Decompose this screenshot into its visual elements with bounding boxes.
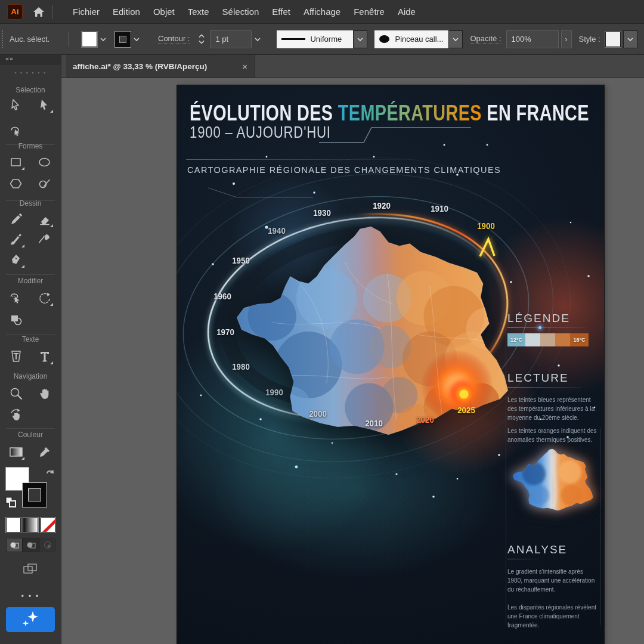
direct-selection-tool[interactable] — [36, 97, 54, 113]
timeline-year-1920: 1920 — [373, 201, 391, 210]
eyedropper-tool[interactable] — [36, 444, 54, 460]
default-fill-stroke-icon[interactable] — [5, 496, 17, 508]
illustrator-logo[interactable]: Ai — [7, 4, 23, 20]
stroke-weight-chevron-icon[interactable] — [254, 37, 261, 42]
stepper-down-icon[interactable] — [198, 40, 205, 44]
section-selection-label: Sélection — [0, 86, 61, 94]
legend-swatch: 12°C — [507, 333, 525, 346]
close-tab-icon[interactable]: × — [242, 61, 247, 72]
menu-item-fichier[interactable]: Fichier — [66, 7, 106, 17]
type-tool[interactable] — [36, 348, 54, 365]
section-modifier-label: Modifier — [0, 277, 61, 285]
menu-item-texte[interactable]: Texte — [181, 7, 216, 17]
polygon-tool[interactable] — [7, 175, 25, 192]
drawing-mode-buttons — [6, 538, 56, 552]
menu-bar: Ai FichierEditionObjetTexteSélectionEffe… — [0, 0, 644, 24]
fill-stroke-indicator — [6, 467, 56, 513]
menu-item-aide[interactable]: Aide — [391, 7, 422, 17]
style-label: Style : — [579, 35, 600, 44]
brush-select[interactable]: Pinceau call... — [374, 30, 448, 48]
menu-items: FichierEditionObjetTexteSélectionEffetAf… — [66, 7, 422, 17]
stroke-profile-select[interactable]: Uniforme — [277, 30, 353, 48]
timeline-year-1930: 1930 — [313, 208, 331, 218]
menu-item-objet[interactable]: Objet — [147, 7, 181, 17]
menu-item-edition[interactable]: Edition — [106, 7, 147, 17]
free-transform-tool[interactable] — [7, 290, 25, 306]
eraser-tool[interactable] — [36, 211, 54, 228]
legend-color-scale: 12°C16°C — [507, 333, 589, 346]
rotate-tool[interactable] — [36, 290, 54, 306]
panel-drag-handle[interactable]: ▪ ▪ ▪ ▪ ▪ ▪ — [0, 70, 61, 76]
timeline-year-1940: 1940 — [268, 226, 286, 236]
brush-preview-icon — [379, 35, 389, 43]
timeline-year-1960: 1960 — [213, 292, 231, 301]
gradient-tool[interactable] — [7, 444, 25, 460]
collapse-panel-icon[interactable]: «« — [0, 55, 61, 65]
timeline-year-1950: 1950 — [232, 256, 250, 265]
poster-subtitle: 1900 – AUJOURD'HUI — [190, 123, 331, 142]
opacity-more-button[interactable]: › — [561, 30, 572, 48]
fountain-pen-tool[interactable] — [7, 252, 25, 268]
timeline-year-2025: 2025 — [457, 405, 475, 415]
pencil-tool[interactable] — [7, 211, 25, 228]
stroke-weight-value[interactable]: 1 pt — [210, 30, 252, 48]
stroke-profile-chevron[interactable] — [353, 30, 367, 48]
style-chevron[interactable] — [623, 30, 637, 48]
stroke-weight-label[interactable]: Contour : — [158, 34, 190, 44]
hand-tool[interactable] — [36, 385, 54, 402]
shape-builder-tool[interactable] — [7, 311, 25, 328]
opacity-label[interactable]: Opacité : — [470, 34, 501, 44]
timeline-year-1990: 1990 — [265, 388, 283, 397]
fill-chevron-icon[interactable] — [100, 37, 107, 42]
curvature-pen-tool[interactable] — [36, 231, 54, 248]
stroke-weight-stepper[interactable] — [198, 34, 205, 44]
home-icon[interactable] — [32, 5, 45, 18]
section-couleur-label: Couleur — [0, 431, 61, 439]
color-button[interactable] — [6, 518, 21, 532]
canvas-workarea[interactable]: ÉVOLUTION DES TEMPÉRATURES EN FRANCE 190… — [61, 78, 644, 644]
timeline-year-1900: 1900 — [477, 221, 495, 231]
generative-ai-button[interactable] — [6, 607, 55, 632]
section-navigation-label: Navigation — [0, 372, 61, 380]
draw-normal-mode[interactable] — [6, 538, 23, 552]
menu-item-fentre[interactable]: Fenêtre — [347, 7, 391, 17]
touch-type-tool[interactable] — [7, 348, 25, 365]
stroke-color-swatch[interactable] — [115, 32, 131, 47]
poster-kicker: CARTOGRAPHIE RÉGIONALE DES CHANGEMENTS C… — [187, 165, 501, 175]
artboard-poster[interactable]: ÉVOLUTION DES TEMPÉRATURES EN FRANCE 190… — [177, 85, 604, 644]
analyse-paragraph-1: Le gradient s'intensifie après 1980, mar… — [507, 567, 598, 594]
stroke-proxy-swatch[interactable] — [23, 483, 47, 507]
brush-chevron[interactable] — [448, 30, 463, 48]
control-bar-grip[interactable] — [2, 30, 5, 48]
paintbrush-tool[interactable] — [7, 231, 25, 248]
shaper-tool[interactable] — [36, 175, 54, 192]
legend-swatch — [525, 333, 540, 346]
gradient-button[interactable] — [23, 518, 38, 532]
selection-tool[interactable] — [7, 97, 25, 113]
lecture-underline — [507, 387, 582, 388]
opacity-value[interactable]: 100% — [506, 30, 559, 48]
lasso-selection-tool[interactable] — [7, 122, 25, 138]
title-highlight: TEMPÉRATURES — [338, 101, 482, 125]
menu-item-effet[interactable]: Effet — [265, 7, 297, 17]
zoom-tool[interactable] — [7, 385, 25, 402]
swap-fill-stroke-icon[interactable] — [45, 467, 56, 477]
more-tools-button[interactable]: • • • — [0, 592, 61, 600]
style-swatch[interactable] — [605, 32, 621, 47]
draw-behind-mode[interactable] — [23, 538, 39, 552]
kicker-divider — [186, 159, 425, 160]
rectangle-tool[interactable] — [7, 154, 25, 171]
rotate-view-tool[interactable] — [7, 407, 25, 423]
none-button[interactable] — [41, 518, 55, 532]
artboard-tool[interactable] — [21, 561, 39, 577]
sparkles-icon — [18, 609, 42, 630]
stroke-chevron-icon[interactable] — [133, 37, 140, 42]
fill-color-swatch[interactable] — [82, 32, 97, 47]
menu-item-slection[interactable]: Sélection — [216, 7, 266, 17]
menu-item-affichage[interactable]: Affichage — [297, 7, 347, 17]
color-type-buttons — [6, 518, 55, 532]
ellipse-tool[interactable] — [36, 154, 54, 171]
stepper-up-icon[interactable] — [198, 34, 205, 38]
draw-inside-mode[interactable] — [39, 538, 56, 552]
document-tab[interactable]: affiche.ai* @ 33,33 % (RVB/Aperçu) × — [66, 55, 255, 78]
